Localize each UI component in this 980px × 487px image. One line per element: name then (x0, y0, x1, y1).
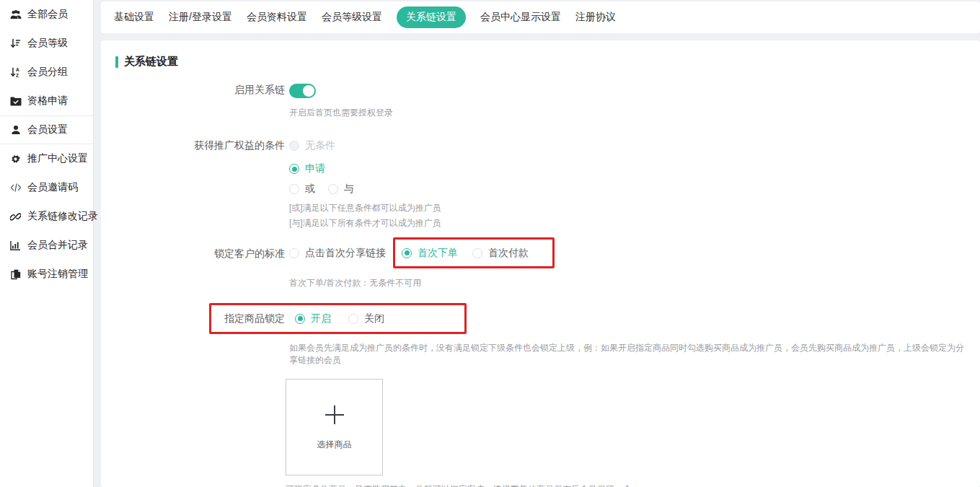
sidebar-item-merge-records[interactable]: 会员合并记录 (0, 231, 93, 260)
lock-standard-label: 锁定客户的标准 (115, 237, 289, 289)
relationship-chain-settings-panel: 关系链设置 启用关系链 开启后首页也需要授权登录 获得推广权益的条件 无条件 申… (101, 40, 980, 487)
sidebar-item-member-group[interactable]: AZ 会员分组 (0, 58, 93, 87)
radio-dot (472, 248, 482, 258)
radio-product-lock-off[interactable]: 关闭 (348, 312, 384, 325)
toggle-knob (303, 85, 314, 97)
sort-alpha-icon: AZ (9, 66, 22, 78)
lock-standard-row: 锁定客户的标准 点击首次分享链接 首次下单 首次付款 (115, 237, 966, 289)
section-title: 关系链设置 (115, 55, 966, 69)
radio-first-order[interactable]: 首次下单 (402, 247, 458, 260)
svg-text:A: A (16, 67, 19, 72)
radio-dot (402, 248, 412, 258)
sidebar-item-label: 会员分组 (27, 66, 68, 79)
radio-dot (289, 184, 299, 194)
link-icon (9, 211, 22, 222)
sidebar-item-label: 会员等级 (27, 37, 68, 50)
tab-register-login-settings[interactable]: 注册/登录设置 (169, 6, 232, 28)
radio-first-share-link[interactable]: 点击首次分享链接 (289, 247, 386, 260)
code-icon (9, 182, 22, 193)
enable-chain-help: 开启后首页也需要授权登录 (289, 107, 393, 119)
sidebar-item-member-level[interactable]: 会员等级 (0, 29, 93, 58)
enable-chain-toggle[interactable] (289, 84, 316, 98)
sidebar-item-label: 关系链修改记录 (27, 210, 98, 223)
file-copy-icon (9, 268, 22, 280)
sidebar-item-chain-records[interactable]: 关系链修改记录 (0, 202, 93, 231)
svg-text:Z: Z (16, 73, 19, 78)
enable-chain-row: 启用关系链 开启后首页也需要授权登录 (115, 84, 966, 119)
section-title-bar (115, 56, 118, 68)
sidebar-item-label: 会员设置 (27, 123, 68, 136)
highlight-box-product-lock: 指定商品锁定 开启 关闭 (209, 303, 467, 334)
condition-help-or: [或]满足以下任意条件都可以成为推广员 (289, 202, 441, 214)
product-lock-help: 如果会员先满足成为推广员的条件时，没有满足锁定下级条件也会锁定上级，例：如果开启… (289, 342, 966, 367)
gear-icon (9, 153, 22, 164)
tab-basic-settings[interactable]: 基础设置 (114, 6, 154, 28)
sidebar-item-label: 资格申请 (27, 95, 68, 108)
main-area: 基础设置 注册/登录设置 会员资料设置 会员等级设置 关系链设置 会员中心显示设… (101, 0, 980, 487)
lock-standard-help: 首次下单/首次付款：无条件不可用 (289, 277, 555, 289)
tab-member-profile-settings[interactable]: 会员资料设置 (247, 6, 307, 28)
enable-chain-label: 启用关系链 (115, 84, 289, 119)
product-lock-label: 指定商品锁定 (218, 312, 285, 325)
sort-amount-icon (9, 38, 22, 49)
settings-tab-bar: 基础设置 注册/登录设置 会员资料设置 会员等级设置 关系链设置 会员中心显示设… (101, 1, 980, 33)
sidebar-item-promotion-center[interactable]: 推广中心设置 (0, 144, 93, 173)
select-product-button[interactable]: 选择商品 (286, 379, 383, 475)
sidebar-item-label: 推广中心设置 (27, 152, 88, 165)
sidebar-item-label: 账号注销管理 (27, 268, 88, 281)
radio-dot (289, 248, 299, 258)
radio-product-lock-on[interactable]: 开启 (295, 312, 331, 325)
users-icon (9, 9, 22, 20)
picker-help: 可指定多件商品，只需购买其中一件就可以锁定客户，选择重复的商品保存后会只保留一个 (286, 483, 966, 487)
tab-member-level-settings[interactable]: 会员等级设置 (322, 6, 382, 28)
user-icon (9, 124, 22, 136)
radio-dot (328, 184, 338, 194)
sidebar: 全部会员 会员等级 AZ 会员分组 资格申请 会员设置 推广中心设置 会员邀请 (0, 0, 94, 487)
tab-relationship-chain-settings[interactable]: 关系链设置 (397, 6, 466, 28)
radio-and[interactable]: 与 (328, 183, 354, 196)
folder-check-icon (9, 95, 22, 107)
radio-first-payment[interactable]: 首次付款 (472, 247, 529, 260)
select-product-label: 选择商品 (317, 439, 352, 451)
tab-register-agreement[interactable]: 注册协议 (575, 6, 616, 28)
sidebar-item-all-members[interactable]: 全部会员 (0, 0, 93, 29)
condition-help-and: [与]满足以下所有条件才可以成为推广员 (289, 217, 441, 229)
radio-or[interactable]: 或 (289, 183, 315, 196)
radio-dot (289, 164, 299, 174)
tab-member-center-display-settings[interactable]: 会员中心显示设置 (480, 6, 561, 28)
sidebar-item-member-settings[interactable]: 会员设置 (0, 115, 93, 144)
radio-no-condition[interactable]: 无条件 (289, 139, 335, 152)
plus-icon (324, 404, 345, 426)
highlight-box-lock-options: 首次下单 首次付款 (393, 237, 555, 268)
chart-bar-icon (9, 240, 22, 251)
radio-apply[interactable]: 申请 (289, 162, 441, 175)
sidebar-item-qualification[interactable]: 资格申请 (0, 87, 93, 115)
radio-dot (289, 141, 299, 151)
sidebar-item-label: 会员合并记录 (27, 239, 88, 252)
sidebar-item-invite-code[interactable]: 会员邀请码 (0, 173, 93, 202)
promotion-condition-label: 获得推广权益的条件 (115, 139, 289, 229)
sidebar-item-label: 会员邀请码 (27, 181, 78, 194)
promotion-condition-row: 获得推广权益的条件 无条件 申请 或 与 (115, 139, 966, 229)
sidebar-item-account-cancel[interactable]: 账号注销管理 (0, 260, 93, 289)
radio-dot (295, 314, 305, 324)
sidebar-item-label: 全部会员 (27, 8, 68, 21)
radio-dot (348, 314, 358, 324)
